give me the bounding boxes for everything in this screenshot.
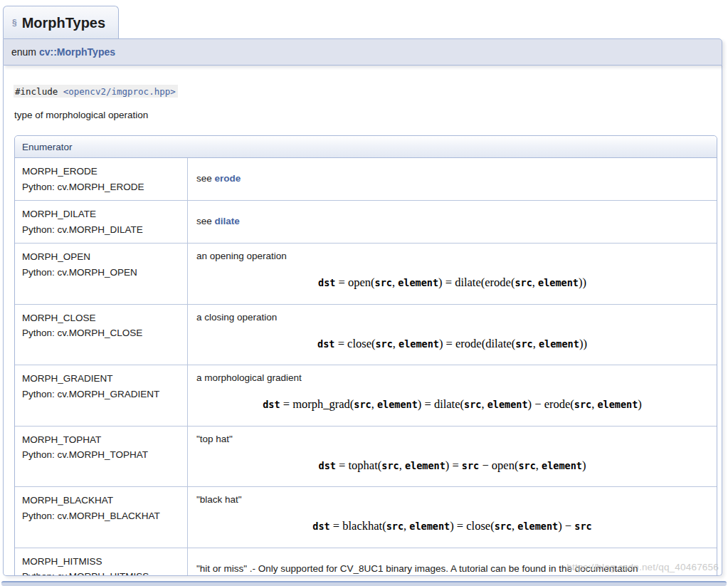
enumerator-name: MORPH_GRADIENT <box>22 371 180 387</box>
enumerator-python-name: Python: cv.MORPH_CLOSE <box>22 325 180 341</box>
table-row: MORPH_OPENPython: cv.MORPH_OPENan openin… <box>15 244 717 304</box>
enumerator-description: a morphological gradient <box>196 371 708 386</box>
enum-signature-bar: enum cv::MorphTypes <box>3 38 722 66</box>
formula-tt-token: element <box>538 277 579 288</box>
enumerator-python-name: Python: cv.MORPH_ERODE <box>22 179 180 195</box>
formula-tt-token: src <box>515 338 532 350</box>
enumerator-name-cell: MORPH_ERODEPython: cv.MORPH_ERODE <box>15 158 188 201</box>
enumerator-description: an opening operation <box>196 249 708 264</box>
brief-description: type of morphological operation <box>14 110 712 120</box>
horizontal-scrollbar[interactable] <box>1 581 727 586</box>
enumerator-description: a closing operation <box>196 310 708 325</box>
page-title: §MorphTypes <box>3 6 119 38</box>
enumerator-description: see erode <box>196 172 708 187</box>
enum-keyword: enum <box>11 46 39 58</box>
enum-documentation: #include <opencv2/imgproc.hpp> type of m… <box>3 66 722 576</box>
enumerator-name-cell: MORPH_HITMISSPython: cv.MORPH_HITMISS <box>15 548 188 576</box>
table-row: MORPH_DILATEPython: cv.MORPH_DILATEsee d… <box>15 201 717 244</box>
enumerator-python-name: Python: cv.MORPH_BLACKHAT <box>22 508 180 524</box>
formula-tt-token: element <box>542 460 582 471</box>
enumerator-doc-cell: a closing operationdst = close(src, elem… <box>188 305 717 365</box>
formula-tt-token: src <box>354 399 371 410</box>
formula-tt-token: dst <box>319 460 336 471</box>
formula-tt-token: element <box>405 460 445 471</box>
section-anchor-icon[interactable]: § <box>12 18 17 28</box>
enumerator-doc-cell: an opening operationdst = open(src, elem… <box>188 244 717 304</box>
formula-tt-token: element <box>517 520 558 532</box>
formula-tt-token: dst <box>263 399 280 410</box>
formula-tt-token: src <box>462 460 479 471</box>
enumerator-name-cell: MORPH_GRADIENTPython: cv.MORPH_GRADIENT <box>15 365 188 426</box>
table-row: MORPH_ERODEPython: cv.MORPH_ERODEsee ero… <box>15 158 717 201</box>
formula-tt-token: dst <box>317 338 334 350</box>
formula-tt-token: src <box>574 520 591 532</box>
include-line: #include <opencv2/imgproc.hpp> <box>14 85 178 98</box>
enumerator-python-name: Python: cv.MORPH_OPEN <box>22 265 180 281</box>
include-path-link[interactable]: <opencv2/imgproc.hpp> <box>63 86 176 97</box>
enumerator-doc-cell: "black hat"dst = blackhat(src, element) … <box>188 487 717 548</box>
latex-formula: dst = close(src, element) = erode(dilate… <box>196 335 708 353</box>
formula-tt-token: dst <box>318 277 335 288</box>
enumerator-doc-cell: see erode <box>188 158 717 201</box>
formula-tt-token: src <box>518 460 535 471</box>
formula-tt-token: src <box>381 460 399 471</box>
enumerator-name: MORPH_BLACKHAT <box>22 493 180 508</box>
enumerator-name: MORPH_ERODE <box>22 164 180 179</box>
enumerator-table: Enumerator MORPH_ERODEPython: cv.MORPH_E… <box>14 135 717 576</box>
formula-tt-token: element <box>539 338 579 350</box>
formula-tt-token: element <box>377 399 418 410</box>
formula-tt-token: src <box>375 338 392 350</box>
formula-tt-token: element <box>398 277 438 288</box>
formula-tt-token: element <box>487 399 528 410</box>
enumerator-description: "black hat" <box>196 493 708 508</box>
enumerator-python-name: Python: cv.MORPH_HITMISS <box>22 569 180 576</box>
enumerator-name-cell: MORPH_TOPHATPython: cv.MORPH_TOPHAT <box>15 427 188 487</box>
latex-formula: dst = open(src, element) = dilate(erode(… <box>196 273 708 292</box>
enumerator-table-header: Enumerator <box>15 136 717 158</box>
enumerator-python-name: Python: cv.MORPH_TOPHAT <box>22 447 180 463</box>
table-row: MORPH_BLACKHATPython: cv.MORPH_BLACKHAT"… <box>15 487 717 548</box>
enumerator-doc-cell: a morphological gradientdst = morph_grad… <box>188 365 717 426</box>
table-row: MORPH_GRADIENTPython: cv.MORPH_GRADIENTa… <box>15 365 717 426</box>
formula-tt-token: src <box>495 520 512 532</box>
enumerator-description: "top hat" <box>196 432 708 447</box>
formula-tt-token: dst <box>312 520 329 532</box>
doc-link-dilate[interactable]: dilate <box>215 216 240 226</box>
latex-formula: dst = morph_grad(src, element) = dilate(… <box>196 395 708 414</box>
include-directive: #include <box>15 86 63 97</box>
enumerator-name: MORPH_CLOSE <box>22 310 180 326</box>
table-row: MORPH_TOPHATPython: cv.MORPH_TOPHAT"top … <box>15 427 717 487</box>
enumerator-name-cell: MORPH_BLACKHATPython: cv.MORPH_BLACKHAT <box>15 487 188 548</box>
enumerator-python-name: Python: cv.MORPH_DILATE <box>22 222 180 238</box>
formula-tt-token: src <box>386 520 403 532</box>
enumerator-name: MORPH_TOPHAT <box>22 432 180 448</box>
enumerator-table-body: MORPH_ERODEPython: cv.MORPH_ERODEsee ero… <box>15 158 717 576</box>
enumerator-name-cell: MORPH_DILATEPython: cv.MORPH_DILATE <box>15 201 188 244</box>
formula-tt-token: src <box>375 277 392 288</box>
latex-formula: dst = tophat(src, element) = src − open(… <box>196 456 708 475</box>
enum-name-link[interactable]: cv::MorphTypes <box>39 46 115 58</box>
enumerator-doc-cell: see dilate <box>188 201 717 244</box>
formula-tt-token: element <box>399 338 439 350</box>
table-row: MORPH_CLOSEPython: cv.MORPH_CLOSEa closi… <box>15 305 717 365</box>
formula-tt-token: element <box>597 399 638 410</box>
enumerator-description: see dilate <box>196 214 708 229</box>
enumerator-doc-cell: "top hat"dst = tophat(src, element) = sr… <box>188 427 717 487</box>
enumerator-name-cell: MORPH_OPENPython: cv.MORPH_OPEN <box>15 244 188 304</box>
formula-tt-token: src <box>464 399 481 410</box>
enumerator-python-name: Python: cv.MORPH_GRADIENT <box>22 387 180 402</box>
enumerator-name: MORPH_OPEN <box>22 249 180 265</box>
watermark-text: https://blog.csdn.net/qq_40467656 <box>566 562 719 572</box>
enumerator-name: MORPH_HITMISS <box>22 554 180 570</box>
latex-formula: dst = blackhat(src, element) = close(src… <box>196 517 708 535</box>
formula-tt-token: element <box>409 520 450 532</box>
doc-link-erode[interactable]: erode <box>215 173 241 184</box>
enumerator-name-cell: MORPH_CLOSEPython: cv.MORPH_CLOSE <box>15 305 188 365</box>
formula-tt-token: src <box>515 277 532 288</box>
page-title-text: MorphTypes <box>22 15 105 31</box>
formula-tt-token: src <box>574 399 591 410</box>
enumerator-name: MORPH_DILATE <box>22 206 180 222</box>
